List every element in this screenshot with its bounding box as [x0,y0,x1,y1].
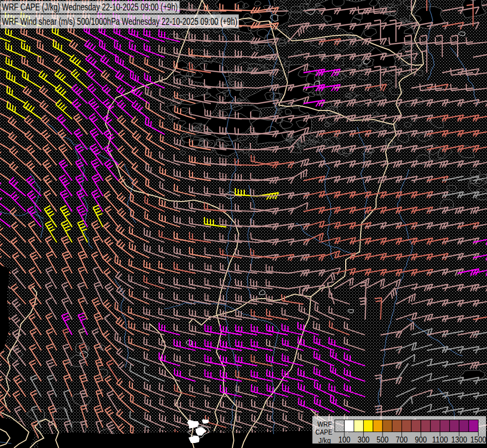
svg-text:1300: 1300 [451,436,467,444]
svg-text:WRF CAPE (J/kg) Wednesday 22-1: WRF CAPE (J/kg) Wednesday 22-10-2025 09:… [2,1,178,12]
svg-text:700: 700 [396,436,408,444]
svg-text:CAPE: CAPE [315,428,332,436]
svg-text:500: 500 [377,436,389,444]
svg-text:WRF: WRF [317,420,332,428]
svg-text:WRF Wind shear (m/s) 500/1000h: WRF Wind shear (m/s) 500/1000hPa Wednesd… [2,16,237,27]
svg-text:900: 900 [415,436,427,444]
svg-text:J/kg: J/kg [318,436,331,445]
svg-text:100: 100 [338,436,350,444]
svg-text:300: 300 [358,436,370,444]
svg-text:1500: 1500 [471,436,487,444]
svg-text:1100: 1100 [432,436,448,444]
